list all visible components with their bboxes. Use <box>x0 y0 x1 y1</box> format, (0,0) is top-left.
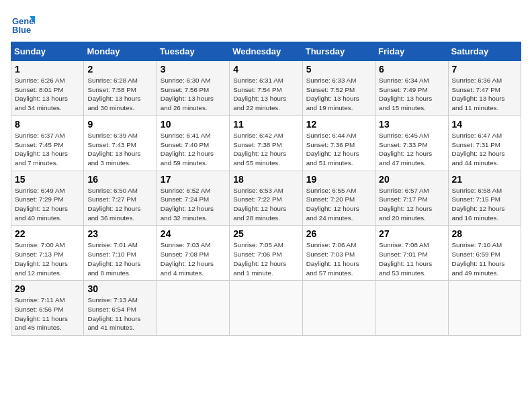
table-row: 13Sunrise: 6:45 AM Sunset: 7:33 PM Dayli… <box>375 116 448 171</box>
day-info: Sunrise: 7:06 AM Sunset: 7:03 PM Dayligh… <box>306 240 371 277</box>
day-number: 18 <box>233 174 298 185</box>
day-info: Sunrise: 6:39 AM Sunset: 7:43 PM Dayligh… <box>87 131 152 168</box>
day-info: Sunrise: 6:34 AM Sunset: 7:49 PM Dayligh… <box>379 76 444 113</box>
table-row: 2Sunrise: 6:28 AM Sunset: 7:58 PM Daylig… <box>84 61 157 116</box>
day-info: Sunrise: 6:49 AM Sunset: 7:29 PM Dayligh… <box>15 186 80 223</box>
table-row: 28Sunrise: 7:10 AM Sunset: 6:59 PM Dayli… <box>448 226 521 281</box>
day-number: 16 <box>87 174 152 185</box>
day-of-week-thursday: Thursday <box>302 42 375 61</box>
day-info: Sunrise: 7:05 AM Sunset: 7:06 PM Dayligh… <box>233 240 298 277</box>
table-row: 12Sunrise: 6:44 AM Sunset: 7:36 PM Dayli… <box>302 116 375 171</box>
table-row: 23Sunrise: 7:01 AM Sunset: 7:10 PM Dayli… <box>84 226 157 281</box>
day-number: 27 <box>379 228 444 239</box>
day-number: 13 <box>379 119 444 130</box>
day-info: Sunrise: 7:10 AM Sunset: 6:59 PM Dayligh… <box>452 240 517 277</box>
day-number: 29 <box>15 283 80 294</box>
table-row: 29Sunrise: 7:11 AM Sunset: 6:56 PM Dayli… <box>11 281 84 336</box>
table-row <box>448 281 521 336</box>
svg-text:Blue: Blue <box>12 25 31 35</box>
day-number: 15 <box>15 174 80 185</box>
day-info: Sunrise: 7:08 AM Sunset: 7:01 PM Dayligh… <box>379 240 444 277</box>
table-row: 5Sunrise: 6:33 AM Sunset: 7:52 PM Daylig… <box>302 61 375 116</box>
table-row: 25Sunrise: 7:05 AM Sunset: 7:06 PM Dayli… <box>230 226 302 281</box>
table-row: 4Sunrise: 6:31 AM Sunset: 7:54 PM Daylig… <box>230 61 302 116</box>
day-info: Sunrise: 6:36 AM Sunset: 7:47 PM Dayligh… <box>452 76 517 113</box>
day-number: 22 <box>15 228 80 239</box>
day-info: Sunrise: 6:45 AM Sunset: 7:33 PM Dayligh… <box>379 131 444 168</box>
day-info: Sunrise: 7:00 AM Sunset: 7:13 PM Dayligh… <box>15 240 80 277</box>
day-info: Sunrise: 6:28 AM Sunset: 7:58 PM Dayligh… <box>87 76 152 113</box>
day-number: 6 <box>379 64 444 75</box>
table-row: 10Sunrise: 6:41 AM Sunset: 7:40 PM Dayli… <box>157 116 229 171</box>
table-row: 27Sunrise: 7:08 AM Sunset: 7:01 PM Dayli… <box>375 226 448 281</box>
day-info: Sunrise: 6:33 AM Sunset: 7:52 PM Dayligh… <box>306 76 371 113</box>
day-of-week-monday: Monday <box>84 42 157 61</box>
logo: General Blue <box>11 11 35 35</box>
day-info: Sunrise: 6:41 AM Sunset: 7:40 PM Dayligh… <box>161 131 226 168</box>
day-number: 11 <box>233 119 298 130</box>
page-header: General Blue <box>11 11 521 35</box>
day-info: Sunrise: 6:57 AM Sunset: 7:17 PM Dayligh… <box>379 186 444 223</box>
day-info: Sunrise: 6:47 AM Sunset: 7:31 PM Dayligh… <box>452 131 517 168</box>
table-row: 19Sunrise: 6:55 AM Sunset: 7:20 PM Dayli… <box>302 171 375 226</box>
day-of-week-friday: Friday <box>375 42 448 61</box>
day-number: 7 <box>452 64 517 75</box>
day-number: 5 <box>306 64 371 75</box>
calendar-table: SundayMondayTuesdayWednesdayThursdayFrid… <box>11 42 521 336</box>
day-number: 26 <box>306 228 371 239</box>
day-number: 23 <box>87 228 152 239</box>
day-info: Sunrise: 6:55 AM Sunset: 7:20 PM Dayligh… <box>306 186 371 223</box>
day-number: 12 <box>306 119 371 130</box>
table-row: 17Sunrise: 6:52 AM Sunset: 7:24 PM Dayli… <box>157 171 229 226</box>
day-number: 1 <box>15 64 80 75</box>
day-info: Sunrise: 7:11 AM Sunset: 6:56 PM Dayligh… <box>15 295 80 332</box>
logo-icon: General Blue <box>11 11 35 35</box>
day-info: Sunrise: 6:42 AM Sunset: 7:38 PM Dayligh… <box>233 131 298 168</box>
day-number: 24 <box>161 228 226 239</box>
day-of-week-tuesday: Tuesday <box>157 42 229 61</box>
day-number: 20 <box>379 174 444 185</box>
day-of-week-sunday: Sunday <box>11 42 84 61</box>
day-number: 30 <box>87 283 152 294</box>
table-row <box>157 281 229 336</box>
day-of-week-wednesday: Wednesday <box>230 42 302 61</box>
day-number: 3 <box>161 64 226 75</box>
day-number: 9 <box>87 119 152 130</box>
day-info: Sunrise: 6:58 AM Sunset: 7:15 PM Dayligh… <box>452 186 517 223</box>
day-info: Sunrise: 7:03 AM Sunset: 7:08 PM Dayligh… <box>161 240 226 277</box>
day-info: Sunrise: 6:31 AM Sunset: 7:54 PM Dayligh… <box>233 76 298 113</box>
table-row: 6Sunrise: 6:34 AM Sunset: 7:49 PM Daylig… <box>375 61 448 116</box>
table-row: 1Sunrise: 6:26 AM Sunset: 8:01 PM Daylig… <box>11 61 84 116</box>
day-number: 2 <box>87 64 152 75</box>
table-row: 8Sunrise: 6:37 AM Sunset: 7:45 PM Daylig… <box>11 116 84 171</box>
table-row <box>375 281 448 336</box>
table-row: 21Sunrise: 6:58 AM Sunset: 7:15 PM Dayli… <box>448 171 521 226</box>
day-number: 28 <box>452 228 517 239</box>
table-row: 18Sunrise: 6:53 AM Sunset: 7:22 PM Dayli… <box>230 171 302 226</box>
day-number: 4 <box>233 64 298 75</box>
day-number: 8 <box>15 119 80 130</box>
table-row: 7Sunrise: 6:36 AM Sunset: 7:47 PM Daylig… <box>448 61 521 116</box>
day-info: Sunrise: 7:01 AM Sunset: 7:10 PM Dayligh… <box>87 240 152 277</box>
day-number: 17 <box>161 174 226 185</box>
day-number: 21 <box>452 174 517 185</box>
day-number: 10 <box>161 119 226 130</box>
day-info: Sunrise: 6:26 AM Sunset: 8:01 PM Dayligh… <box>15 76 80 113</box>
day-info: Sunrise: 6:44 AM Sunset: 7:36 PM Dayligh… <box>306 131 371 168</box>
table-row <box>230 281 302 336</box>
table-row: 14Sunrise: 6:47 AM Sunset: 7:31 PM Dayli… <box>448 116 521 171</box>
table-row: 20Sunrise: 6:57 AM Sunset: 7:17 PM Dayli… <box>375 171 448 226</box>
table-row: 26Sunrise: 7:06 AM Sunset: 7:03 PM Dayli… <box>302 226 375 281</box>
day-info: Sunrise: 7:13 AM Sunset: 6:54 PM Dayligh… <box>87 295 152 332</box>
day-info: Sunrise: 6:52 AM Sunset: 7:24 PM Dayligh… <box>161 186 226 223</box>
day-number: 19 <box>306 174 371 185</box>
day-number: 14 <box>452 119 517 130</box>
table-row: 24Sunrise: 7:03 AM Sunset: 7:08 PM Dayli… <box>157 226 229 281</box>
day-info: Sunrise: 6:50 AM Sunset: 7:27 PM Dayligh… <box>87 186 152 223</box>
table-row: 3Sunrise: 6:30 AM Sunset: 7:56 PM Daylig… <box>157 61 229 116</box>
table-row: 30Sunrise: 7:13 AM Sunset: 6:54 PM Dayli… <box>84 281 157 336</box>
day-of-week-saturday: Saturday <box>448 42 521 61</box>
day-info: Sunrise: 6:37 AM Sunset: 7:45 PM Dayligh… <box>15 131 80 168</box>
table-row: 22Sunrise: 7:00 AM Sunset: 7:13 PM Dayli… <box>11 226 84 281</box>
day-number: 25 <box>233 228 298 239</box>
